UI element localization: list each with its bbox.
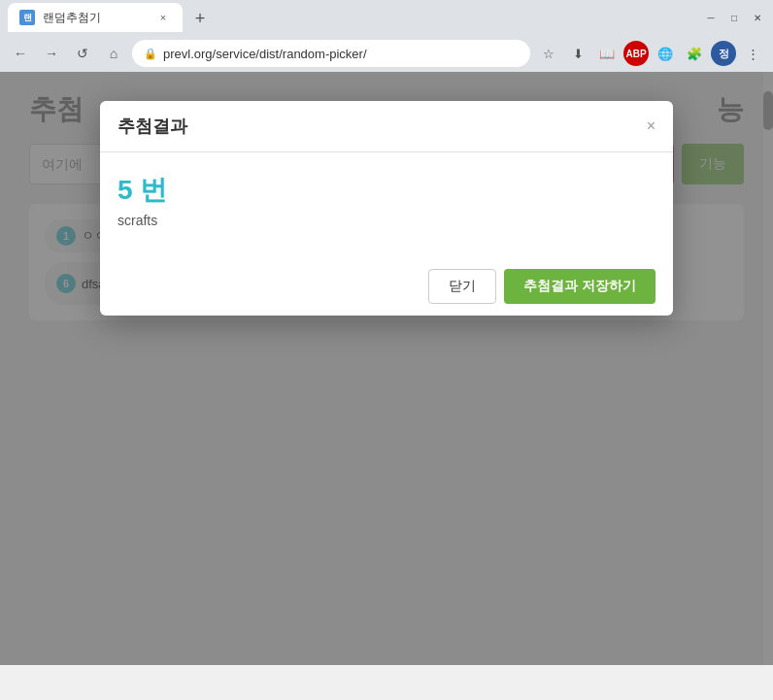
tab-close-btn[interactable]: × (155, 10, 171, 25)
modal-body: 5 번 scrafts (100, 152, 673, 257)
window-controls: ─ □ ✕ (703, 10, 765, 25)
save-result-button[interactable]: 추첨결과 저장하기 (504, 269, 655, 304)
result-name: scrafts (118, 213, 655, 228)
extension-icon[interactable]: 🌐 (653, 41, 678, 66)
address-bar-row: ← → ↺ ⌂ 🔒 prevl.org/service/dist/random-… (0, 35, 773, 72)
lock-icon: 🔒 (144, 48, 157, 60)
new-tab-button[interactable]: + (186, 5, 214, 32)
url-text: prevl.org/service/dist/random-picker/ (163, 47, 367, 61)
bookmarks-icon[interactable]: 📖 (594, 41, 620, 66)
modal-close-icon[interactable]: × (647, 117, 655, 135)
browser-chrome: 랜 랜덤추첨기 × + ─ □ ✕ ← → ↺ ⌂ 🔒 prevl.org/se… (0, 0, 773, 72)
back-button[interactable]: ← (8, 41, 33, 66)
maximize-button[interactable]: □ (726, 10, 742, 25)
tab-title: 랜덤추첨기 (43, 10, 101, 26)
home-button[interactable]: ⌂ (101, 41, 126, 66)
profile-button[interactable]: 정 (711, 41, 736, 66)
download-icon[interactable]: ⬇ (565, 41, 590, 66)
title-bar: 랜 랜덤추첨기 × + ─ □ ✕ (0, 0, 773, 35)
star-icon[interactable]: ☆ (536, 41, 561, 66)
adblock-icon[interactable]: ABP (623, 41, 649, 66)
puzzle-icon[interactable]: 🧩 (682, 41, 707, 66)
toolbar-icons: ☆ ⬇ 📖 ABP 🌐 🧩 정 ⋮ (536, 41, 765, 66)
result-modal: 추첨결과 × 5 번 scrafts 닫기 추첨결과 저장하기 (100, 101, 673, 316)
menu-button[interactable]: ⋮ (740, 41, 765, 66)
close-modal-button[interactable]: 닫기 (428, 269, 496, 304)
reload-button[interactable]: ↺ (70, 41, 95, 66)
modal-overlay: 추첨결과 × 5 번 scrafts 닫기 추첨결과 저장하기 (0, 72, 773, 665)
forward-button[interactable]: → (39, 41, 64, 66)
address-bar[interactable]: 🔒 prevl.org/service/dist/random-picker/ (132, 40, 530, 67)
result-number: 5 번 (118, 172, 655, 209)
tab-favicon: 랜 (19, 10, 35, 25)
close-button[interactable]: ✕ (750, 10, 765, 25)
tab-bar: 랜 랜덤추첨기 × + (8, 3, 214, 32)
modal-title: 추첨결과 (118, 115, 187, 138)
modal-header: 추첨결과 × (100, 101, 673, 152)
page-content: 추첨 능 추가기능 기능 1 ㅇㅇ (okosu) × 2 밥돼지하나요 × (0, 72, 773, 665)
minimize-button[interactable]: ─ (703, 10, 719, 25)
modal-footer: 닫기 추첨결과 저장하기 (100, 257, 673, 316)
active-tab[interactable]: 랜 랜덤추첨기 × (8, 3, 183, 32)
